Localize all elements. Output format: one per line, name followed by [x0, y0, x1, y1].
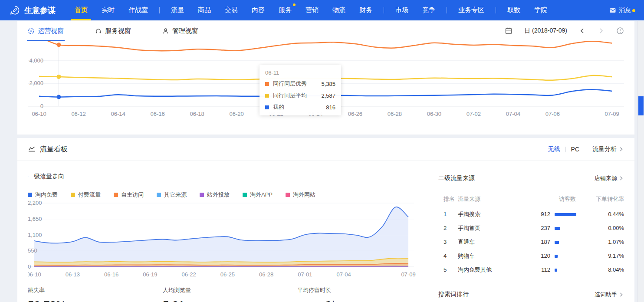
secondary-traffic-section: 二级流量来源 店铺来源 排名流量来源访客数下单转化率 1手淘搜索9120.44%… — [438, 174, 624, 277]
nav-item-作战室[interactable]: 作战室 — [122, 0, 155, 20]
visitors-cell: 912 — [520, 207, 550, 221]
nav-divider — [384, 7, 384, 13]
nav-item-流量[interactable]: 流量 — [164, 0, 191, 20]
nav-item-交易[interactable]: 交易 — [218, 0, 245, 20]
source-cell: 手淘首页 — [458, 221, 480, 235]
legend-item-其它来源[interactable]: 其它来源 — [157, 191, 187, 199]
y-axis-label: 0 — [40, 103, 43, 109]
tooltip-swatch — [265, 105, 269, 109]
traffic-board-header: 流量看板 无线 PC 流量分析 — [17, 138, 634, 161]
tooltip-row: 同行同层优秀5,385 — [265, 80, 335, 88]
traffic-analysis-link[interactable]: 流量分析 — [592, 145, 624, 153]
nav-item-取数[interactable]: 取数 — [500, 0, 527, 20]
highlight-dot — [57, 75, 61, 79]
table-row[interactable]: 4购物车1209.17% — [438, 249, 624, 263]
source-cell: 淘内免费其他 — [458, 263, 492, 277]
table-row[interactable]: 5淘内免费其他1128.04% — [438, 263, 624, 277]
source-cell: 手淘搜索 — [458, 207, 480, 221]
date-toolbar: 日 (2018-07-09) — [505, 27, 624, 35]
nav-item-市场[interactable]: 市场 — [388, 0, 415, 20]
x-axis-label: 07-04 — [337, 271, 351, 278]
x-axis-label: 06-28 — [259, 271, 273, 278]
area-chart-legend: 淘内免费付费流量自主访问其它来源站外投放淘外APP淘外网站 — [28, 191, 427, 199]
series-line-同行同层优秀 — [39, 41, 612, 51]
word-helper-link[interactable]: 选词助手 — [595, 291, 624, 299]
x-axis-label: 07-06 — [545, 111, 560, 117]
nav-item-内容[interactable]: 内容 — [245, 0, 272, 20]
tab-label: 管理视窗 — [172, 27, 198, 35]
legend-item-自主访问[interactable]: 自主访问 — [114, 191, 144, 199]
nav-item-营销[interactable]: 营销 — [299, 0, 325, 20]
shop-source-link[interactable]: 店铺来源 — [595, 174, 624, 182]
page-scrollbar-thumb[interactable] — [638, 96, 644, 115]
visitors-cell: 120 — [520, 249, 550, 263]
nav-item-首页[interactable]: 首页 — [68, 0, 95, 20]
legend-label: 淘外APP — [250, 191, 273, 199]
headset-icon — [95, 28, 102, 34]
prev-date-button[interactable] — [579, 27, 586, 34]
secondary-traffic-title: 二级流量来源 — [438, 174, 475, 182]
mode-pc[interactable]: PC — [571, 146, 579, 153]
page-scrollbar-track[interactable] — [637, 21, 644, 302]
nav-item-label: 商品 — [198, 6, 211, 14]
visitors-cell: 237 — [520, 221, 550, 235]
table-row[interactable]: 1手淘搜索9120.44% — [438, 207, 624, 221]
message-dot — [632, 9, 635, 12]
table-row[interactable]: 3直通车1871.07% — [438, 235, 624, 249]
date-granularity-label[interactable]: 日 (2018-07-09) — [524, 27, 567, 35]
tab-服务视窗[interactable]: 服务视窗 — [95, 21, 131, 41]
conversion-cell: 8.04% — [608, 263, 624, 277]
nav-item-服务[interactable]: 服务 — [272, 0, 299, 20]
calendar-icon[interactable] — [505, 27, 513, 35]
nav-item-实时[interactable]: 实时 — [95, 0, 122, 20]
tooltip-series-label: 我的 — [273, 103, 284, 111]
brand[interactable]: 生意参谋 — [0, 5, 68, 16]
next-date-button[interactable] — [598, 27, 605, 34]
legend-swatch — [243, 193, 247, 197]
primary-traffic-area-chart[interactable]: 05501,1001,6502,20006-1006-1306-1606-190… — [28, 200, 418, 281]
legend-label: 付费流量 — [78, 191, 101, 199]
legend-label: 其它来源 — [164, 191, 187, 199]
legend-swatch — [114, 193, 118, 197]
tab-管理视窗[interactable]: 管理视窗 — [162, 21, 198, 41]
nav-item-messages[interactable]: 消息 — [609, 7, 644, 14]
legend-item-站外投放[interactable]: 站外投放 — [200, 191, 230, 199]
legend-item-淘内免费[interactable]: 淘内免费 — [28, 191, 58, 199]
message-icon — [609, 7, 616, 14]
notification-dot — [293, 3, 296, 6]
mode-wireless[interactable]: 无线 — [548, 145, 560, 153]
nav-divider — [447, 7, 447, 13]
table-row[interactable]: 2手淘首页2370.00% — [438, 221, 624, 235]
nav-divider — [496, 7, 496, 13]
column-header-下单转化率: 下单转化率 — [596, 195, 624, 203]
legend-swatch — [71, 193, 75, 197]
nav-item-财务[interactable]: 财务 — [352, 0, 379, 20]
info-icon[interactable] — [616, 27, 624, 35]
legend-item-淘外APP[interactable]: 淘外APP — [243, 191, 273, 199]
board-controls: 无线 PC 流量分析 — [548, 145, 624, 153]
kpi-label: 跳失率 — [28, 286, 66, 294]
nav-item-label: 服务 — [279, 6, 292, 14]
y-axis-label: 0 — [28, 263, 31, 270]
legend-item-淘外网站[interactable]: 淘外网站 — [286, 191, 315, 199]
primary-traffic-section: 一级流量走向 淘内免费付费流量自主访问其它来源站外投放淘外APP淘外网站 055… — [28, 173, 427, 281]
column-header-访客数: 访客数 — [547, 195, 588, 203]
mode-divider — [565, 147, 566, 152]
rank-cell: 1 — [444, 207, 447, 221]
nav-item-学院[interactable]: 学院 — [527, 0, 554, 20]
nav-item-商品[interactable]: 商品 — [191, 0, 218, 20]
nav-item-物流[interactable]: 物流 — [325, 0, 352, 20]
legend-item-付费流量[interactable]: 付费流量 — [71, 191, 101, 199]
kpi-平均停留时长: 平均停留时长17.48秒 — [297, 286, 337, 302]
tooltip-row: 同行同层平均2,587 — [265, 92, 335, 99]
x-axis-label: 07-04 — [506, 111, 520, 117]
nav-item-竞争[interactable]: 竞争 — [415, 0, 442, 20]
top-nav: 生意参谋 首页实时作战室流量商品交易内容服务营销物流财务市场竞争业务专区取数学院… — [0, 0, 644, 20]
x-axis-label: 06-18 — [190, 111, 204, 117]
nav-divider — [159, 7, 160, 13]
y-axis-label: 4,000 — [29, 57, 43, 64]
kpi-value: 59.72% — [28, 299, 66, 302]
tab-运营视窗[interactable]: 运营视窗 — [28, 21, 64, 41]
nav-item-业务专区[interactable]: 业务专区 — [451, 0, 491, 20]
visitors-bar — [555, 255, 558, 258]
